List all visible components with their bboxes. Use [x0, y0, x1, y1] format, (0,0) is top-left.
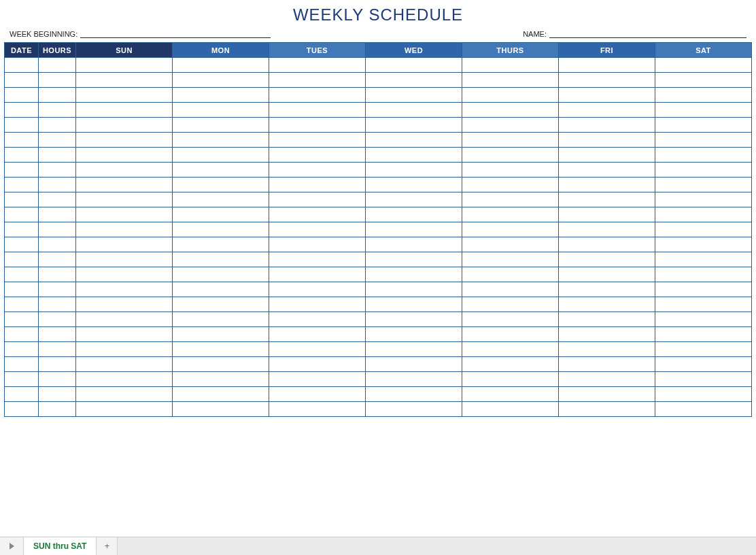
cell[interactable]	[39, 73, 76, 88]
cell[interactable]	[462, 207, 559, 222]
cell[interactable]	[366, 192, 462, 207]
cell[interactable]	[269, 192, 366, 207]
cell[interactable]	[173, 282, 269, 297]
cell[interactable]	[269, 252, 366, 267]
cell[interactable]	[173, 103, 269, 118]
cell[interactable]	[655, 222, 752, 237]
cell[interactable]	[462, 297, 559, 312]
cell[interactable]	[39, 267, 76, 282]
cell[interactable]	[269, 118, 366, 133]
cell[interactable]	[76, 312, 173, 327]
cell[interactable]	[559, 402, 655, 417]
cell[interactable]	[559, 118, 655, 133]
cell[interactable]	[5, 73, 39, 88]
cell[interactable]	[559, 73, 655, 88]
cell[interactable]	[559, 58, 655, 73]
name-input[interactable]	[549, 29, 746, 38]
cell[interactable]	[366, 342, 462, 357]
cell[interactable]	[39, 327, 76, 342]
cell[interactable]	[655, 178, 752, 192]
cell[interactable]	[5, 372, 39, 387]
cell[interactable]	[366, 402, 462, 417]
cell[interactable]	[39, 372, 76, 387]
cell[interactable]	[462, 342, 559, 357]
cell[interactable]	[269, 237, 366, 252]
cell[interactable]	[173, 312, 269, 327]
cell[interactable]	[76, 58, 173, 73]
cell[interactable]	[76, 178, 173, 192]
cell[interactable]	[173, 148, 269, 163]
cell[interactable]	[39, 192, 76, 207]
cell[interactable]	[269, 133, 366, 148]
cell[interactable]	[39, 148, 76, 163]
cell[interactable]	[269, 297, 366, 312]
cell[interactable]	[559, 133, 655, 148]
cell[interactable]	[39, 312, 76, 327]
cell[interactable]	[76, 207, 173, 222]
cell[interactable]	[5, 148, 39, 163]
cell[interactable]	[173, 357, 269, 372]
cell[interactable]	[39, 402, 76, 417]
cell[interactable]	[173, 327, 269, 342]
cell[interactable]	[76, 237, 173, 252]
cell[interactable]	[5, 297, 39, 312]
cell[interactable]	[366, 357, 462, 372]
cell[interactable]	[5, 267, 39, 282]
cell[interactable]	[269, 222, 366, 237]
cell[interactable]	[366, 118, 462, 133]
cell[interactable]	[269, 357, 366, 372]
cell[interactable]	[462, 222, 559, 237]
cell[interactable]	[39, 387, 76, 402]
cell[interactable]	[76, 282, 173, 297]
cell[interactable]	[76, 118, 173, 133]
cell[interactable]	[559, 372, 655, 387]
cell[interactable]	[655, 118, 752, 133]
cell[interactable]	[462, 88, 559, 103]
cell[interactable]	[366, 163, 462, 178]
cell[interactable]	[655, 237, 752, 252]
cell[interactable]	[39, 58, 76, 73]
cell[interactable]	[462, 357, 559, 372]
cell[interactable]	[655, 148, 752, 163]
cell[interactable]	[173, 297, 269, 312]
cell[interactable]	[655, 133, 752, 148]
cell[interactable]	[462, 372, 559, 387]
cell[interactable]	[173, 163, 269, 178]
cell[interactable]	[173, 402, 269, 417]
cell[interactable]	[5, 163, 39, 178]
cell[interactable]	[366, 282, 462, 297]
cell[interactable]	[76, 297, 173, 312]
cell[interactable]	[655, 58, 752, 73]
cell[interactable]	[366, 73, 462, 88]
cell[interactable]	[5, 58, 39, 73]
cell[interactable]	[655, 252, 752, 267]
cell[interactable]	[269, 342, 366, 357]
cell[interactable]	[269, 58, 366, 73]
cell[interactable]	[655, 357, 752, 372]
cell[interactable]	[76, 342, 173, 357]
cell[interactable]	[5, 327, 39, 342]
cell[interactable]	[462, 73, 559, 88]
cell[interactable]	[559, 192, 655, 207]
cell[interactable]	[39, 163, 76, 178]
cell[interactable]	[39, 357, 76, 372]
cell[interactable]	[39, 282, 76, 297]
cell[interactable]	[462, 237, 559, 252]
cell[interactable]	[5, 207, 39, 222]
cell[interactable]	[366, 387, 462, 402]
cell[interactable]	[655, 327, 752, 342]
cell[interactable]	[76, 252, 173, 267]
cell[interactable]	[5, 387, 39, 402]
cell[interactable]	[173, 88, 269, 103]
cell[interactable]	[559, 88, 655, 103]
cell[interactable]	[269, 282, 366, 297]
cell[interactable]	[5, 103, 39, 118]
cell[interactable]	[462, 312, 559, 327]
cell[interactable]	[655, 192, 752, 207]
cell[interactable]	[559, 387, 655, 402]
cell[interactable]	[173, 178, 269, 192]
cell[interactable]	[655, 297, 752, 312]
cell[interactable]	[5, 282, 39, 297]
cell[interactable]	[269, 178, 366, 192]
cell[interactable]	[655, 88, 752, 103]
